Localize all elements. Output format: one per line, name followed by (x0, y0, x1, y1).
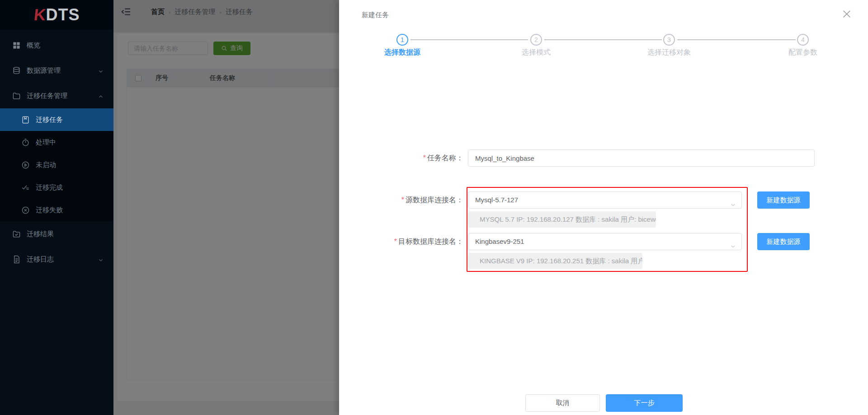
sidebar-item-migration-result[interactable]: 迁移结果 (0, 221, 113, 247)
timer-icon (21, 138, 30, 147)
sidebar-submenu: 迁移任务 处理中 未启动 (0, 108, 113, 221)
new-task-drawer: 新建任务 1 2 3 4 选择数据源 选择模式 选择迁移对象 配置参数 *任务名… (339, 0, 868, 415)
step-4-label: 配置参数 (758, 48, 848, 57)
folder-check-icon (12, 230, 21, 238)
required-asterisk: * (394, 238, 397, 245)
step-connector (544, 39, 662, 40)
sidebar-item-not-started[interactable]: 未启动 (0, 154, 113, 176)
new-datasource-button-source[interactable]: 新建数据源 (757, 191, 810, 209)
database-icon (12, 66, 21, 75)
target-db-label: *目标数据库连接名： (341, 233, 463, 250)
target-db-hint: KINGBASE V9 IP: 192.168.20.251 数据库 : sak… (468, 253, 642, 269)
sidebar-item-label: 未启动 (36, 161, 56, 169)
sidebar-item-datasource-mgmt[interactable]: 数据源管理 (0, 58, 113, 83)
step-connector (677, 39, 796, 40)
source-db-select[interactable]: Mysql-5.7-127 (468, 191, 742, 209)
task-name-label: *任务名称： (341, 149, 463, 167)
next-step-button[interactable]: 下一步 (606, 394, 683, 412)
task-name-field[interactable] (468, 149, 815, 167)
step-4-circle: 4 (797, 34, 809, 46)
drawer-title: 新建任务 (362, 11, 389, 19)
step-2-label: 选择模式 (491, 48, 581, 57)
log-icon (12, 255, 21, 264)
source-db-hint: MYSQL 5.7 IP: 192.168.20.127 数据库 : sakil… (468, 211, 656, 228)
sidebar-item-label: 迁移结果 (27, 230, 54, 238)
folder-icon (12, 92, 21, 100)
step-2-circle: 2 (530, 34, 542, 46)
chevron-down-icon (98, 256, 104, 262)
sidebar-item-label: 迁移任务 (36, 116, 63, 124)
sidebar-item-migration-complete[interactable]: 迁移完成 (0, 176, 113, 199)
chevron-down-icon (98, 68, 104, 73)
error-circle-icon (21, 206, 30, 214)
source-db-label: *源数据库连接名： (341, 191, 463, 209)
kdts-app: K DTS 概览 数据源管理 (0, 0, 868, 415)
sidebar-item-overview[interactable]: 概览 (0, 33, 113, 58)
logo-k: K (33, 5, 47, 24)
sidebar-item-label: 迁移日志 (27, 255, 54, 264)
sidebar-item-label: 迁移完成 (36, 183, 63, 192)
sidebar-item-label: 处理中 (36, 138, 56, 147)
app-logo: K DTS (0, 0, 113, 30)
required-asterisk: * (401, 196, 404, 204)
sidebar-item-migration-log[interactable]: 迁移日志 (0, 247, 113, 272)
sidebar-nav: 概览 数据源管理 迁移任务管理 (0, 30, 113, 272)
sidebar-item-migration-task-mgmt[interactable]: 迁移任务管理 (0, 83, 113, 108)
notebook-icon (21, 116, 30, 124)
required-asterisk: * (423, 154, 426, 162)
step-3-label: 选择迁移对象 (624, 48, 714, 57)
close-icon[interactable] (842, 9, 852, 19)
sidebar-item-label: 迁移失败 (36, 206, 63, 214)
sidebar-item-migration-failed[interactable]: 迁移失败 (0, 199, 113, 221)
step-3-circle: 3 (663, 34, 675, 46)
sidebar-item-processing[interactable]: 处理中 (0, 131, 113, 154)
new-datasource-button-target[interactable]: 新建数据源 (757, 233, 810, 250)
target-db-select[interactable]: Kingbasev9-251 (468, 233, 742, 250)
sidebar-item-label: 概览 (27, 41, 40, 50)
check-list-icon (21, 183, 30, 192)
cancel-button[interactable]: 取消 (525, 394, 600, 412)
step-connector (410, 39, 528, 40)
sidebar-item-label: 迁移任务管理 (27, 92, 67, 100)
play-circle-icon (21, 161, 30, 169)
step-1-circle: 1 (396, 34, 408, 46)
chevron-down-icon (730, 239, 736, 245)
sidebar-item-label: 数据源管理 (27, 66, 61, 75)
grid-icon (12, 41, 21, 50)
sidebar: K DTS 概览 数据源管理 (0, 0, 113, 415)
sidebar-item-migration-task[interactable]: 迁移任务 (0, 108, 113, 131)
chevron-down-icon (730, 197, 736, 203)
logo-text: DTS (46, 5, 80, 24)
step-1-label: 选择数据源 (357, 48, 448, 57)
chevron-up-icon (98, 93, 104, 98)
